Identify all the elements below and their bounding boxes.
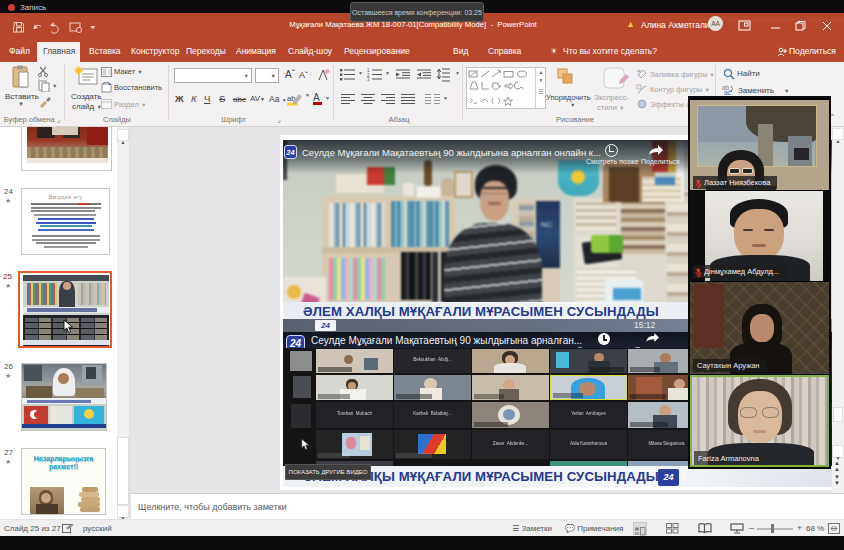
svg-text:3: 3 bbox=[367, 77, 370, 81]
svg-text:ac: ac bbox=[724, 89, 732, 96]
